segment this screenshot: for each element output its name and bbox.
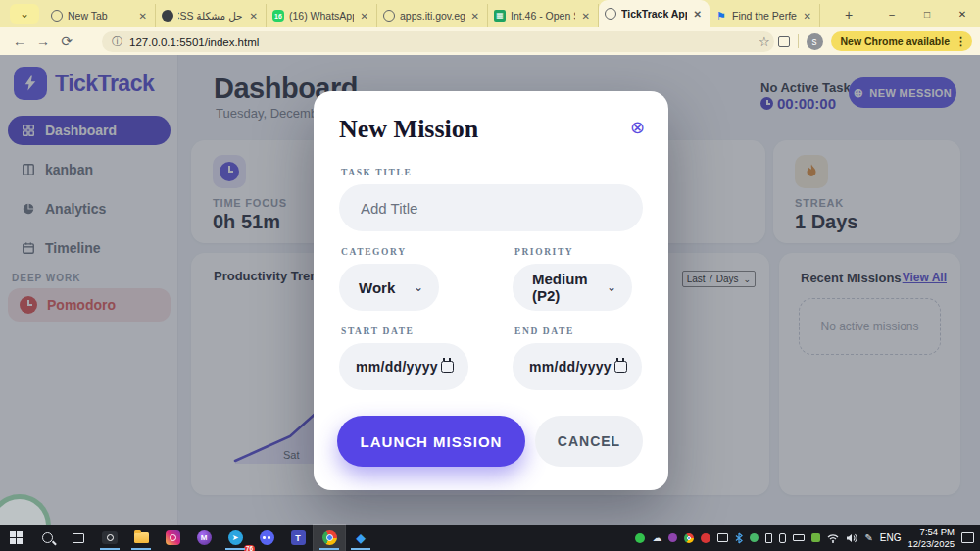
tab-close-icon[interactable]: ✕ [359, 11, 370, 22]
tab-close-icon[interactable]: ✕ [580, 11, 592, 22]
teams-icon: T [291, 530, 306, 545]
side-panel-icon[interactable] [778, 36, 790, 47]
camera-app-button[interactable] [94, 525, 125, 551]
browser-tab-strip: ⌄ New Tab ✕ حل مشكلة CSS ✕ 16 (16) Whats… [0, 0, 980, 27]
close-icon[interactable]: ⊗ [630, 119, 645, 136]
tab-close-icon[interactable]: ✕ [137, 11, 149, 22]
address-bar[interactable]: ⓘ 127.0.0.1:5501/index.html [102, 31, 774, 52]
screen: ⌄ New Tab ✕ حل مشكلة CSS ✕ 16 (16) Whats… [0, 0, 980, 551]
teams-app-button[interactable]: T [282, 525, 314, 551]
telegram-app-button[interactable]: ➤ 76 [220, 525, 251, 551]
battery-tray-icon[interactable] [793, 534, 805, 541]
tab-title: Int.46 - Open Source [511, 10, 575, 22]
tab-ticktrack-active[interactable]: TickTrack App ✕ [599, 0, 710, 27]
app-tray-icon[interactable] [668, 533, 677, 542]
start-button[interactable] [0, 525, 31, 551]
tab-title: TickTrack App [621, 8, 687, 20]
category-select[interactable]: Work ⌄ [339, 264, 439, 311]
windows-taskbar: M ➤ 76 T ◆ ☁ [0, 525, 980, 551]
update-label: New Chrome available [841, 35, 950, 47]
red-app-tray-icon[interactable] [701, 533, 710, 543]
spreadsheet-icon: ▦ [494, 10, 506, 22]
cancel-button[interactable]: CANCEL [535, 416, 643, 467]
forward-button[interactable]: → [31, 33, 55, 49]
tab-close-icon[interactable]: ✕ [802, 11, 813, 22]
tab-close-icon[interactable]: ✕ [469, 11, 481, 22]
end-date-input[interactable]: mm/dd/yyyy [513, 343, 642, 390]
cloud-tray-icon[interactable]: ☁ [652, 532, 662, 543]
start-date-input[interactable]: mm/dd/yyyy [339, 343, 468, 390]
site-favicon [162, 10, 173, 22]
tab-title: حل مشكلة CSS [178, 10, 243, 22]
pen-tray-icon[interactable]: ✎ [864, 532, 872, 543]
priority-select[interactable]: Medium (P2) ⌄ [513, 264, 632, 311]
discord-icon [260, 530, 274, 545]
purple-m-app-button[interactable]: M [188, 525, 220, 551]
phone-link-tray-icon[interactable] [779, 533, 786, 543]
launch-mission-button[interactable]: LAUNCH MISSION [337, 416, 525, 467]
vscode-icon: ◆ [354, 531, 368, 545]
tab-search-dropdown-button[interactable]: ⌄ [10, 4, 39, 24]
maximize-button[interactable]: □ [909, 0, 945, 27]
reload-button[interactable]: ⟳ [55, 33, 78, 49]
discord-app-button[interactable] [251, 525, 282, 551]
m-app-icon: M [197, 530, 212, 545]
task-title-input[interactable] [339, 184, 643, 231]
tab-icon-finder[interactable]: ⚑ Find the Perfect Icon ✕ [710, 4, 820, 27]
back-button[interactable]: ← [8, 33, 31, 49]
calendar-icon[interactable] [441, 361, 454, 373]
camera-icon [102, 531, 118, 544]
volume-tray-icon[interactable] [846, 533, 858, 543]
tab-whatsapp[interactable]: 16 (16) WhatsApp ✕ [267, 4, 377, 27]
tab-css-problem[interactable]: حل مشكلة CSS ✕ [156, 4, 267, 27]
new-tab-button[interactable]: + [839, 5, 858, 25]
taskbar-search-button[interactable] [31, 525, 63, 551]
battery-saver-tray-icon[interactable] [750, 533, 759, 542]
action-center-icon[interactable] [961, 532, 974, 543]
calendar-icon[interactable] [614, 361, 627, 373]
file-explorer-button[interactable] [125, 525, 157, 551]
windows-logo-icon [10, 531, 23, 544]
vscode-app-button[interactable]: ◆ [345, 525, 376, 551]
start-date-value: mm/dd/yyyy [356, 359, 438, 375]
globe-icon [383, 10, 395, 22]
profile-avatar[interactable]: s [807, 33, 823, 50]
end-date-label: END DATE [514, 326, 641, 336]
display-tray-icon[interactable] [717, 533, 728, 542]
start-date-label: START DATE [341, 326, 467, 336]
chrome-icon [322, 530, 337, 545]
tab-apps-iti[interactable]: apps.iti.gov.eg/Mana ✕ [377, 4, 488, 27]
telegram-icon: ➤ [228, 530, 243, 545]
tab-new-tab[interactable]: New Tab ✕ [45, 4, 156, 27]
tab-int46[interactable]: ▦ Int.46 - Open Source ✕ [488, 4, 599, 27]
tab-close-icon[interactable]: ✕ [248, 11, 260, 22]
tab-close-icon[interactable]: ✕ [692, 9, 704, 20]
task-view-button[interactable] [63, 525, 94, 551]
task-view-icon [73, 533, 84, 543]
close-window-button[interactable]: ✕ [945, 0, 980, 27]
bookmark-star-icon[interactable]: ☆ [759, 34, 770, 49]
instagram-icon [166, 530, 180, 545]
chrome-app-button[interactable] [314, 525, 345, 551]
site-info-icon[interactable]: ⓘ [112, 34, 122, 49]
bluetooth-tray-icon[interactable] [735, 532, 743, 544]
end-date-value: mm/dd/yyyy [529, 359, 612, 375]
globe-icon [605, 8, 616, 20]
security-tray-icon[interactable] [811, 533, 820, 542]
browser-menu-icon[interactable]: ⋮ [956, 35, 966, 48]
url-text: 127.0.0.1:5501/index.html [129, 36, 259, 48]
language-indicator[interactable]: ENG [880, 532, 902, 543]
chrome-tray-icon[interactable] [684, 533, 694, 543]
tray-date: 12/23/2025 [907, 538, 955, 549]
modal-title: New Mission [339, 115, 643, 144]
minimize-button[interactable]: – [874, 0, 909, 27]
idm-tray-icon[interactable] [635, 533, 645, 543]
usb-tray-icon[interactable] [765, 533, 772, 543]
chrome-update-button[interactable]: New Chrome available ⋮ [831, 31, 972, 51]
system-tray: ☁ ✎ ENG 7:54 PM 12/23/2025 [635, 525, 974, 551]
clock[interactable]: 7:54 PM 12/23/2025 [907, 526, 955, 549]
category-value: Work [359, 279, 395, 296]
instagram-app-button[interactable] [157, 525, 188, 551]
wifi-tray-icon[interactable] [827, 533, 839, 543]
tab-title: apps.iti.gov.eg/Mana [400, 10, 465, 22]
